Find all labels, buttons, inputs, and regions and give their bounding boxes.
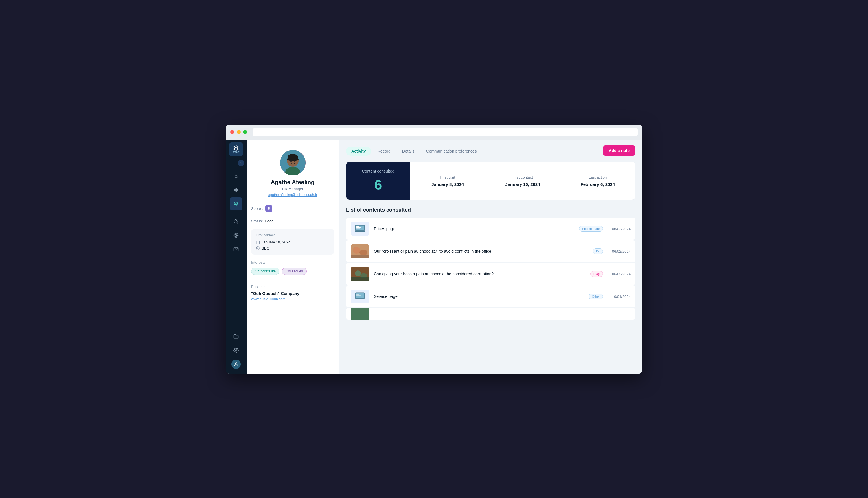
svg-rect-21 [256,241,259,244]
svg-point-33 [353,247,360,254]
status-value: Lead [265,219,273,223]
content-item-date: 06/02/2024 [608,272,631,276]
profile-title: HR Manager [282,187,303,191]
sidebar-item-list[interactable] [230,184,243,196]
business-url[interactable]: www.ouh-ouuuuh.com [251,297,334,301]
list-item: Our "croissant or pain au chocolat?" to … [346,240,635,262]
svg-point-9 [235,234,238,237]
sidebar-item-settings[interactable] [230,344,243,357]
sidebar-item-mail[interactable] [230,243,243,255]
business-section: Business "Ouh Ouuuuh" Company www.ouh-ou… [251,281,334,305]
sidebar-item-targets[interactable] [230,229,243,242]
tag-corporate-life[interactable]: Corporate life [251,267,280,275]
content-consulted-value: 6 [375,177,382,193]
add-note-button[interactable]: Add a note [603,145,635,156]
tabs: Activity Record Details Communication pr… [346,146,635,156]
svg-rect-35 [351,254,369,258]
business-label: Business [251,285,334,289]
content-thumbnail-laptop [351,222,369,236]
svg-point-5 [235,220,237,221]
svg-rect-1 [237,188,238,189]
content-thumbnail-photo3 [351,308,369,320]
main-content: Add a note Activity Record Details Commu… [339,140,642,374]
content-item-title: Prices page [374,226,574,231]
svg-rect-3 [237,191,238,192]
svg-rect-41 [356,293,364,298]
minimize-window-button[interactable] [237,130,241,134]
content-thumbnail-photo [351,244,369,258]
content-item-badge: Blog [590,271,603,277]
content-item-title: Can giving your boss a pain au chocolat … [374,272,586,276]
first-contact-stat-label: First contact [512,175,533,180]
first-contact-label: First contact [256,233,329,237]
svg-rect-39 [351,277,369,281]
svg-rect-29 [356,227,361,228]
profile-section: Agathe Afeeling HR Manager agathe.afeeli… [251,145,334,201]
interests-section: Interests Corporate life Colleagues [251,257,334,278]
content-item-badge: Kit [593,248,603,254]
stats-row: Content consulted 6 First visit January … [346,161,635,200]
first-contact-source: SEO [256,246,329,250]
avatar [280,150,306,175]
first-contact-date: January 10, 2024 [256,240,329,244]
svg-point-19 [290,160,291,162]
svg-rect-44 [356,296,360,297]
score-label: Score : [251,207,263,211]
content-item-date: 10/01/2024 [608,294,631,299]
svg-rect-28 [356,226,360,227]
tab-record[interactable]: Record [372,146,396,156]
address-bar[interactable] [253,128,638,136]
content-item-date: 06/02/2024 [608,227,631,231]
svg-point-20 [294,160,295,162]
svg-point-37 [355,271,361,276]
tag-colleagues[interactable]: Colleagues [282,267,307,275]
sidebar-item-profile[interactable] [230,358,243,371]
status-label: Status: [251,219,263,223]
profile-name: Agathe Afeeling [271,179,315,186]
svg-rect-31 [355,231,365,232]
sidebar: STAR › ⌂ [226,140,246,374]
tab-activity[interactable]: Activity [346,146,371,156]
content-thumbnail-photo2 [351,267,369,281]
content-list: Prices page Pricing page 06/02/2024 [346,218,635,320]
tab-communication-preferences[interactable]: Communication preferences [421,146,482,156]
browser-titlebar [226,124,642,140]
sidebar-item-folder[interactable] [230,330,243,343]
first-contact-box: First contact January 10, 2024 SEO [251,229,334,254]
score-badge: 8 [265,205,272,212]
first-contact-stat-date: January 10, 2024 [505,182,540,187]
svg-rect-45 [355,299,365,299]
sidebar-item-add-contact[interactable] [230,215,243,228]
sidebar-item-contacts[interactable] [230,197,243,210]
sidebar-logo: STAR [229,142,243,156]
svg-rect-0 [234,188,235,189]
content-item-badge: Other [588,293,603,299]
sidebar-item-home[interactable]: ⌂ [230,170,243,182]
svg-rect-43 [356,295,361,296]
content-consulted-card: Content consulted 6 [346,162,410,200]
profile-status-row: Status: Lead [251,215,334,227]
list-item: Can giving your boss a pain au chocolat … [346,263,635,285]
sidebar-toggle-button[interactable]: › [238,160,244,166]
first-visit-card: First visit January 8, 2024 [410,162,485,200]
close-window-button[interactable] [230,130,234,134]
content-consulted-label: Content consulted [362,169,395,173]
profile-email[interactable]: agathe.afeeling@ouh-ouuuuh.fr [268,193,317,197]
svg-rect-46 [351,308,369,320]
content-item-badge: Pricing page [579,226,603,232]
left-panel: Agathe Afeeling HR Manager agathe.afeeli… [246,140,339,374]
svg-rect-30 [356,228,360,229]
maximize-window-button[interactable] [243,130,247,134]
svg-rect-27 [356,225,364,230]
browser-content: STAR › ⌂ [226,140,642,374]
svg-point-12 [235,350,237,351]
svg-point-18 [287,158,299,161]
list-item [346,308,635,320]
content-item-title: Our "croissant or pain au chocolat?" to … [374,249,588,254]
tab-details[interactable]: Details [397,146,420,156]
last-action-card: Last action February 6, 2024 [560,162,635,200]
interests-label: Interests [251,260,334,265]
list-item: Prices page Pricing page 06/02/2024 [346,218,635,240]
svg-point-10 [236,235,237,236]
svg-point-4 [235,202,236,204]
